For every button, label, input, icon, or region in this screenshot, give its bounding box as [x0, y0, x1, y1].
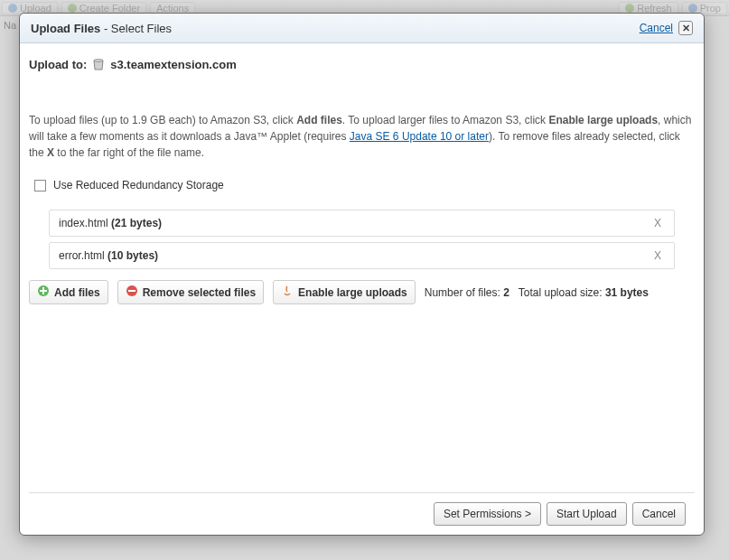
- minus-icon: [126, 285, 138, 300]
- cancel-button[interactable]: Cancel: [632, 502, 686, 526]
- java-icon: [281, 285, 294, 300]
- upload-destination: Upload to: s3.teamextension.com: [29, 58, 695, 71]
- plus-icon: [37, 285, 50, 300]
- file-count-stat: Number of files: 2: [425, 286, 509, 299]
- file-item[interactable]: index.html (21 bytes) X: [49, 210, 675, 237]
- instructions-text: To upload files (up to 1.9 GB each) to A…: [29, 112, 695, 161]
- rrs-row: Use Reduced Redundancy Storage: [34, 179, 695, 191]
- dialog-header: Upload Files - Select Files Cancel ✕: [20, 14, 704, 43]
- dialog-title: Upload Files - Select Files: [31, 22, 172, 35]
- file-list: index.html (21 bytes) X error.html (10 b…: [49, 210, 675, 269]
- total-size-stat: Total upload size: 31 bytes: [519, 286, 649, 299]
- remove-selected-button[interactable]: Remove selected files: [117, 280, 264, 304]
- bucket-icon: [92, 59, 105, 71]
- java-link[interactable]: Java SE 6 Update 10 or later: [350, 130, 489, 143]
- rrs-label: Use Reduced Redundancy Storage: [53, 179, 224, 191]
- start-upload-button[interactable]: Start Upload: [547, 502, 627, 526]
- svg-point-0: [94, 59, 103, 61]
- enable-large-button[interactable]: Enable large uploads: [273, 280, 416, 304]
- cancel-link[interactable]: Cancel: [640, 22, 673, 34]
- file-name: index.html (21 bytes): [59, 217, 162, 229]
- upload-bucket-name: s3.teamextension.com: [110, 58, 236, 71]
- close-icon[interactable]: ✕: [678, 21, 693, 35]
- dialog-footer: Set Permissions > Start Upload Cancel: [29, 492, 695, 535]
- file-name: error.html (10 bytes): [59, 249, 158, 262]
- remove-file-icon[interactable]: X: [650, 249, 665, 262]
- upload-dialog: Upload Files - Select Files Cancel ✕ Upl…: [19, 13, 705, 536]
- action-row: Add files Remove selected files Enable l…: [29, 280, 695, 304]
- set-permissions-button[interactable]: Set Permissions >: [434, 502, 541, 526]
- remove-file-icon[interactable]: X: [650, 217, 665, 229]
- dialog-body: Upload to: s3.teamextension.com To uploa…: [20, 43, 704, 492]
- rrs-checkbox[interactable]: [34, 180, 46, 191]
- file-item[interactable]: error.html (10 bytes) X: [49, 242, 675, 269]
- add-files-button[interactable]: Add files: [29, 280, 108, 304]
